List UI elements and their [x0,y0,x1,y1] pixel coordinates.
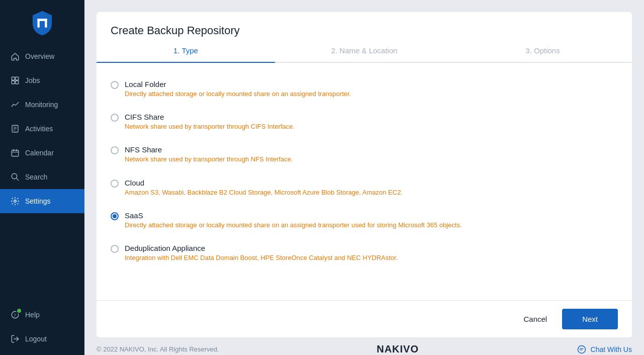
chat-with-us-label: Chat With Us [591,345,632,353]
option-nfs-share-desc: Network share used by transporter throug… [125,155,618,164]
svg-rect-4 [16,77,19,80]
footer: © 2022 NAKIVO, Inc. All Rights Reserved.… [97,337,632,355]
tab-name-location[interactable]: 2. Name & Location [275,37,453,62]
help-badge [16,308,22,314]
chat-icon [577,344,587,354]
next-button[interactable]: Next [562,309,618,329]
sidebar-nav: Overview Jobs Monitoring [0,44,84,303]
radio-local-folder[interactable] [111,81,119,89]
tab-type[interactable]: 1. Type [97,37,275,62]
option-nfs-share[interactable]: NFS Share Network share used by transpor… [111,138,618,171]
svg-rect-2 [37,19,47,21]
chat-with-us-button[interactable]: Chat With Us [577,344,632,354]
svg-rect-5 [12,81,15,84]
sidebar-item-search[interactable]: Search [0,165,84,189]
sidebar-item-logout[interactable]: Logout [0,327,84,351]
search-icon [10,172,20,182]
sidebar-item-help-label: Help [25,311,40,319]
card-actions: Cancel Next [97,301,632,337]
option-cloud-name: Cloud [125,179,618,187]
sidebar-logo [0,0,84,44]
sidebar-item-calendar[interactable]: Calendar [0,141,84,165]
main-content: Create Backup Repository 1. Type 2. Name… [84,0,644,355]
option-saas[interactable]: SaaS Directly attached storage or locall… [111,204,618,237]
radio-nfs-share[interactable] [111,146,119,154]
option-deduplication-appliance[interactable]: Deduplication Appliance Integration with… [111,237,618,270]
create-repository-card: Create Backup Repository 1. Type 2. Name… [97,12,632,337]
sidebar-item-jobs-label: Jobs [25,76,40,84]
svg-line-16 [17,179,19,181]
svg-rect-3 [12,77,15,80]
option-local-folder-name: Local Folder [125,80,618,88]
home-icon [10,51,20,61]
sidebar-item-activities[interactable]: Activities [0,117,84,141]
calendar-icon [10,148,20,158]
repository-type-list: Local Folder Directly attached storage o… [97,63,632,300]
page-title: Create Backup Repository [97,12,632,37]
footer-copyright: © 2022 NAKIVO, Inc. All Rights Reserved. [97,345,219,353]
svg-text:?: ? [14,313,16,318]
sidebar-item-activities-label: Activities [25,125,53,133]
option-cifs-share-desc: Network share used by transporter throug… [125,122,618,131]
sidebar-item-settings[interactable]: Settings [0,189,84,213]
option-deduplication-appliance-desc: Integration with Dell EMC Data Domain Bo… [125,253,618,262]
activities-icon [10,124,20,134]
option-saas-desc: Directly attached storage or locally mou… [125,221,618,230]
footer-logo: NAKIVO [377,343,419,355]
svg-rect-11 [12,150,19,156]
sidebar-item-overview-label: Overview [25,52,54,60]
nakivo-logo-icon [29,10,55,36]
help-icon: ? [10,310,20,320]
sidebar-item-logout-label: Logout [25,335,47,343]
sidebar-item-settings-label: Settings [25,197,51,205]
svg-rect-6 [16,81,19,84]
option-cifs-share[interactable]: CIFS Share Network share used by transpo… [111,106,618,138]
option-nfs-share-name: NFS Share [125,145,618,154]
sidebar-item-overview[interactable]: Overview [0,44,84,68]
option-saas-name: SaaS [125,211,618,220]
tab-options[interactable]: 3. Options [453,37,632,62]
option-deduplication-appliance-name: Deduplication Appliance [125,244,618,252]
sidebar-item-search-label: Search [25,173,47,181]
radio-cloud[interactable] [111,180,119,188]
sidebar-item-monitoring[interactable]: Monitoring [0,93,84,117]
option-cifs-share-name: CIFS Share [125,113,618,121]
sidebar-item-monitoring-label: Monitoring [25,101,58,109]
sidebar-item-jobs[interactable]: Jobs [0,68,84,93]
radio-cifs-share[interactable] [111,114,119,122]
cancel-button[interactable]: Cancel [514,310,556,328]
option-cloud[interactable]: Cloud Amazon S3, Wasabi, Backblaze B2 Cl… [111,171,618,204]
svg-point-21 [578,345,585,353]
svg-point-17 [14,200,17,203]
option-local-folder[interactable]: Local Folder Directly attached storage o… [111,73,618,106]
logout-icon [10,334,20,344]
settings-icon [10,196,20,206]
sidebar-item-help[interactable]: ? Help [0,303,84,327]
option-cloud-desc: Amazon S3, Wasabi, Backblaze B2 Cloud St… [125,188,618,197]
sidebar: Overview Jobs Monitoring [0,0,84,355]
radio-deduplication-appliance[interactable] [111,245,119,253]
monitoring-icon [10,100,20,110]
tab-bar: 1. Type 2. Name & Location 3. Options [97,37,632,63]
option-local-folder-desc: Directly attached storage or locally mou… [125,90,618,99]
jobs-icon [10,75,20,85]
sidebar-item-calendar-label: Calendar [25,149,54,157]
sidebar-bottom: ? Help Logout [0,303,84,355]
radio-saas[interactable] [111,212,119,220]
